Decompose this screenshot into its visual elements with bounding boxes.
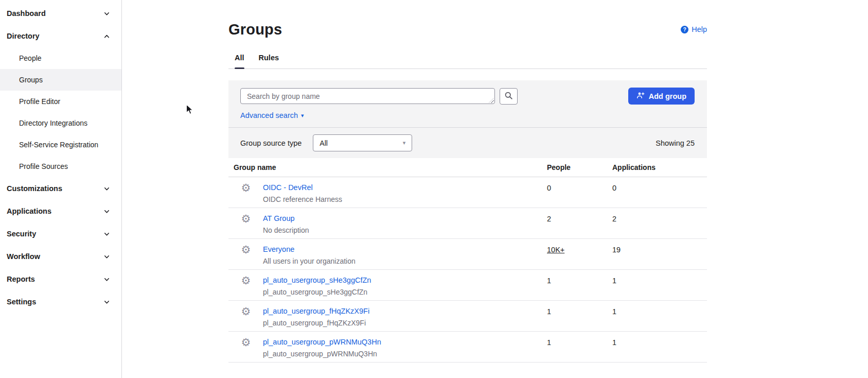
table-row: ⚙ Everyone All users in your organizatio…	[228, 239, 707, 270]
group-description: pl_auto_usergroup_pWRNMuQ3Hn	[263, 349, 381, 359]
add-group-button[interactable]: Add group	[628, 88, 695, 105]
sidebar-item-dashboard[interactable]: Dashboard	[0, 2, 121, 25]
sidebar-item-groups[interactable]: Groups	[0, 69, 121, 91]
sidebar-item-label: Customizations	[7, 184, 62, 193]
filter-bar: Group source type All ▾ Showing 25	[228, 127, 707, 158]
search-toolbar: Add group Advanced search ▾	[228, 80, 707, 127]
sidebar-item-label: Directory Integrations	[19, 119, 87, 127]
applications-count: 1	[612, 305, 707, 317]
group-avatar-icon: ⚙	[241, 305, 251, 328]
chevron-down-icon	[103, 253, 111, 261]
page-title: Groups	[228, 21, 282, 38]
people-count: 1	[547, 336, 612, 348]
group-name-link[interactable]: AT Group	[263, 214, 295, 222]
chevron-down-icon	[103, 185, 111, 193]
search-icon	[504, 91, 513, 101]
group-name-link[interactable]: Everyone	[263, 245, 294, 253]
group-description: pl_auto_usergroup_fHqZKzX9Fi	[263, 318, 369, 328]
table-row: ⚙ pl_auto_usergroup_fHqZKzX9Fi pl_auto_u…	[228, 301, 707, 332]
sidebar-item-reports[interactable]: Reports	[0, 268, 121, 290]
sidebar-directory-submenu: People Groups Profile Editor Directory I…	[0, 47, 121, 177]
group-description: pl_auto_usergroup_sHe3ggCfZn	[263, 287, 371, 297]
applications-count: 1	[612, 274, 707, 286]
group-source-type-select[interactable]: All ▾	[313, 134, 412, 151]
page-header: Groups ? Help	[228, 0, 707, 38]
sidebar-item-label: Self-Service Registration	[19, 141, 98, 149]
column-header-people: People	[547, 163, 612, 171]
chevron-up-icon	[103, 32, 111, 40]
group-name-link[interactable]: OIDC - DevRel	[263, 183, 313, 192]
sidebar-item-label: Profile Sources	[19, 162, 68, 170]
add-group-button-label: Add group	[649, 92, 686, 100]
advanced-search-label: Advanced search	[240, 111, 298, 119]
sidebar-item-directory[interactable]: Directory	[0, 25, 121, 47]
tab-all[interactable]: All	[235, 54, 244, 68]
search-input-wrap	[240, 88, 495, 104]
help-link-label: Help	[692, 25, 707, 33]
people-count-link[interactable]: 10K+	[547, 246, 564, 254]
people-count: 2	[547, 213, 612, 225]
sidebar-item-label: Settings	[7, 298, 36, 306]
advanced-search-link[interactable]: Advanced search ▾	[240, 111, 304, 119]
app-root: Dashboard Directory People Groups Profil…	[0, 0, 868, 378]
chevron-down-icon	[103, 276, 111, 283]
chevron-down-icon	[103, 230, 111, 238]
group-description: No description	[263, 225, 309, 235]
sidebar-item-profile-editor[interactable]: Profile Editor	[0, 91, 121, 112]
select-value: All	[320, 139, 328, 147]
group-description: OIDC reference Harness	[263, 194, 342, 204]
add-group-icon	[636, 91, 645, 101]
applications-count: 1	[612, 336, 707, 348]
sidebar-item-profile-sources[interactable]: Profile Sources	[0, 156, 121, 177]
sidebar-item-label: Applications	[7, 207, 51, 215]
sidebar-item-label: Groups	[19, 76, 43, 84]
people-count: 1	[547, 274, 612, 286]
group-avatar-icon: ⚙	[241, 274, 251, 297]
sidebar-item-directory-integrations[interactable]: Directory Integrations	[0, 112, 121, 134]
group-avatar-icon: ⚙	[241, 182, 251, 204]
group-description: All users in your organization	[263, 256, 356, 266]
sidebar-item-workflow[interactable]: Workflow	[0, 245, 121, 268]
tab-bar: All Rules	[228, 54, 707, 69]
applications-count: 0	[612, 182, 707, 194]
table-row: ⚙ pl_auto_usergroup_sHe3ggCfZn pl_auto_u…	[228, 270, 707, 301]
group-avatar-icon: ⚙	[241, 336, 251, 359]
sidebar-item-label: Directory	[7, 32, 40, 40]
search-input[interactable]	[240, 88, 495, 104]
group-avatar-icon: ⚙	[241, 244, 251, 266]
chevron-down-icon	[103, 10, 111, 18]
caret-down-icon: ▾	[301, 113, 304, 118]
sidebar-item-label: Security	[7, 230, 36, 238]
table-row: ⚙ OIDC - DevRel OIDC reference Harness 0…	[228, 177, 707, 208]
search-button[interactable]	[500, 88, 518, 105]
group-name-link[interactable]: pl_auto_usergroup_sHe3ggCfZn	[263, 276, 371, 284]
table-row: ⚙ pl_auto_usergroup_pWRNMuQ3Hn pl_auto_u…	[228, 332, 707, 363]
sidebar-item-label: Reports	[7, 275, 35, 283]
main-content: Groups ? Help All Rules	[122, 0, 868, 378]
sidebar: Dashboard Directory People Groups Profil…	[0, 0, 122, 378]
table-row: ⚙ AT Group No description 2 2	[228, 208, 707, 239]
help-icon: ?	[681, 26, 688, 33]
showing-count: Showing 25	[656, 139, 695, 147]
group-name-link[interactable]: pl_auto_usergroup_fHqZKzX9Fi	[263, 307, 369, 315]
column-header-applications: Applications	[612, 163, 707, 171]
sidebar-item-applications[interactable]: Applications	[0, 200, 121, 222]
sidebar-item-label: Workflow	[7, 252, 40, 261]
applications-count: 19	[612, 244, 707, 255]
tab-rules[interactable]: Rules	[259, 54, 279, 68]
chevron-down-icon	[103, 208, 111, 215]
chevron-down-icon	[103, 298, 111, 306]
group-name-link[interactable]: pl_auto_usergroup_pWRNMuQ3Hn	[263, 338, 381, 346]
sidebar-item-people[interactable]: People	[0, 47, 121, 69]
sidebar-item-settings[interactable]: Settings	[0, 290, 121, 313]
group-source-type-label: Group source type	[240, 139, 302, 147]
help-link[interactable]: ? Help	[681, 25, 707, 33]
sidebar-item-customizations[interactable]: Customizations	[0, 177, 121, 200]
sidebar-item-security[interactable]: Security	[0, 222, 121, 245]
people-count: 1	[547, 305, 612, 317]
table-header: Group name People Applications	[228, 158, 707, 177]
sidebar-item-label: Profile Editor	[19, 97, 60, 106]
groups-table: Group name People Applications ⚙ OIDC - …	[228, 158, 707, 363]
applications-count: 2	[612, 213, 707, 225]
sidebar-item-self-service-registration[interactable]: Self-Service Registration	[0, 134, 121, 156]
